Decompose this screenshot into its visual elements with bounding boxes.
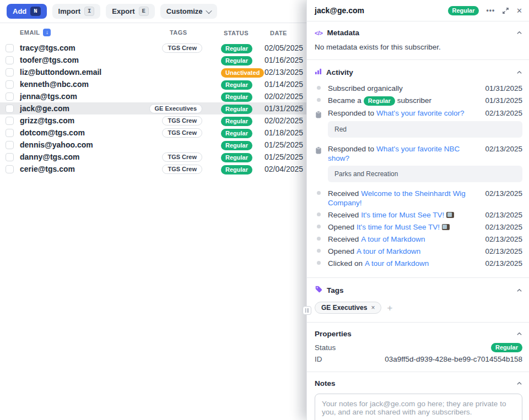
row-checkbox[interactable]	[6, 141, 14, 149]
collapse-chevron-icon[interactable]	[516, 30, 522, 36]
row-email: liz@buttondown.email	[20, 68, 149, 77]
email-link[interactable]: A tour of Markdown	[365, 259, 429, 268]
property-row-status: Status Regular	[315, 343, 522, 352]
activity-text: Became a	[328, 96, 361, 105]
activity-text: subscriber	[397, 96, 431, 105]
row-email: kenneth@nbc.com	[20, 80, 149, 89]
more-actions-icon[interactable]: •••	[486, 7, 495, 14]
table-row[interactable]: cerie@tgs.com TGS Crew Regular 02/04/202…	[0, 163, 306, 175]
notes-textarea[interactable]	[315, 394, 522, 420]
table-row[interactable]: jenna@tgs.com Regular 02/02/2025	[0, 90, 306, 102]
activity-item: ReceivedA tour of Markdown 02/13/2025	[315, 233, 522, 245]
collapse-chevron-icon[interactable]	[516, 287, 522, 293]
collapse-chevron-icon[interactable]	[516, 69, 522, 75]
tags-title: Tags	[327, 286, 344, 294]
table-row[interactable]: grizz@tgs.com TGS Crew Regular 02/02/202…	[0, 114, 306, 127]
row-email: grizz@tgs.com	[20, 116, 149, 125]
row-checkbox[interactable]	[6, 44, 14, 52]
activity-date: 01/31/2025	[485, 96, 522, 105]
email-link[interactable]: It's time for Must See TV!	[357, 223, 440, 231]
activity-item: Responded toWhat's your favorite NBC sho…	[315, 143, 522, 164]
email-link[interactable]: A tour of Markdown	[361, 235, 425, 243]
row-date: 01/25/2025	[264, 140, 306, 149]
email-link[interactable]: It's time for Must See TV!	[361, 211, 444, 219]
column-header-status[interactable]: STATUS	[224, 30, 249, 36]
status-badge: Regular	[221, 92, 252, 102]
dot-icon	[315, 222, 322, 228]
table-row[interactable]: tracy@tgs.com TGS Crew Regular 02/05/202…	[0, 42, 306, 54]
row-checkbox[interactable]	[6, 80, 14, 89]
expand-icon[interactable]	[502, 7, 509, 14]
tv-emoji-icon	[442, 224, 450, 230]
chevron-down-icon	[206, 7, 212, 13]
add-button[interactable]: Add N	[7, 4, 47, 19]
table-row[interactable]: dennis@yahoo.com Regular 01/25/2025	[0, 139, 306, 151]
import-button[interactable]: Import I	[52, 4, 101, 19]
properties-section: Properties Status Regular ID 03a9ff5d-d9…	[307, 323, 529, 372]
row-checkbox[interactable]	[6, 92, 14, 101]
row-email: toofer@tgs.com	[20, 56, 149, 64]
status-badge: Regular	[491, 343, 522, 352]
activity-text: Received	[328, 235, 359, 243]
survey-response: Parks and Recreation	[328, 166, 522, 182]
export-button[interactable]: Export E	[106, 4, 154, 19]
table-row-selected[interactable]: jack@ge.com GE Executives Regular 01/31/…	[0, 102, 306, 114]
row-date: 02/13/2025	[264, 68, 306, 77]
status-badge: Regular	[221, 165, 252, 174]
row-date: 02/04/2025	[264, 165, 306, 173]
column-header-email[interactable]: EMAIL	[20, 29, 40, 36]
customize-button[interactable]: Customize	[160, 4, 217, 19]
remove-tag-icon[interactable]: ×	[371, 304, 375, 312]
row-checkbox[interactable]	[6, 105, 14, 113]
row-checkbox[interactable]	[6, 129, 14, 137]
row-checkbox[interactable]	[6, 56, 14, 64]
panel-header: jack@ge.com Regular ••• ✕	[307, 0, 529, 21]
metadata-empty-text: No metadata exists for this subscriber.	[315, 43, 522, 51]
activity-item: Subscribed organically 01/31/2025	[315, 82, 522, 94]
metadata-section: </> Metadata No metadata exists for this…	[307, 21, 529, 60]
import-kbd-badge: I	[84, 7, 94, 16]
dot-icon	[315, 189, 322, 195]
activity-item: Responded toWhat's your favorite color? …	[315, 107, 522, 119]
activity-item: ReceivedIt's time for Must See TV! 02/13…	[315, 209, 522, 221]
collapse-chevron-icon[interactable]	[516, 331, 522, 337]
subscriber-email-title: jack@ge.com	[315, 6, 364, 15]
sort-descending-icon[interactable]: ↓	[43, 29, 51, 36]
activity-date: 02/13/2025	[485, 210, 522, 220]
table-row[interactable]: dotcom@tgs.com TGS Crew Regular 01/18/20…	[0, 127, 306, 139]
table-row[interactable]: danny@tgs.com TGS Crew Regular 01/25/202…	[0, 151, 306, 163]
panel-resize-handle[interactable]	[303, 306, 311, 315]
tag-chip-label: GE Executives	[321, 304, 367, 312]
row-date: 02/02/2025	[264, 92, 306, 101]
tag-chip-ge-executives[interactable]: GE Executives ×	[315, 302, 381, 314]
row-checkbox[interactable]	[6, 68, 14, 77]
row-email: dotcom@tgs.com	[20, 128, 149, 137]
row-tag-chip: TGS Crew	[162, 152, 202, 162]
column-header-date[interactable]: DATE	[270, 30, 287, 36]
collapse-chevron-icon[interactable]	[516, 380, 522, 386]
table-row[interactable]: kenneth@nbc.com Regular 01/14/2025	[0, 78, 306, 90]
activity-text: Responded to	[328, 109, 374, 117]
activity-item: Became aRegularsubscriber 01/31/2025	[315, 94, 522, 107]
clipboard-icon	[315, 108, 322, 118]
row-date: 01/25/2025	[264, 152, 306, 161]
add-tag-button[interactable]: +	[387, 303, 392, 313]
table-row[interactable]: liz@buttondown.email Unactivated 02/13/2…	[0, 66, 306, 78]
property-label: Status	[315, 343, 336, 352]
subscriber-status-badge: Regular	[448, 6, 479, 15]
dot-icon	[315, 259, 322, 265]
row-checkbox[interactable]	[6, 117, 14, 125]
status-badge: Regular	[221, 129, 252, 138]
email-link[interactable]: A tour of Markdown	[357, 247, 420, 255]
column-header-tags[interactable]: TAGS	[170, 29, 187, 36]
row-checkbox[interactable]	[6, 165, 14, 173]
row-email: dennis@yahoo.com	[20, 140, 149, 149]
row-date: 01/14/2025	[264, 80, 306, 89]
survey-link[interactable]: What's your favorite color?	[376, 109, 464, 117]
row-email: tracy@tgs.com	[20, 43, 149, 52]
close-icon[interactable]: ✕	[516, 7, 522, 14]
row-checkbox[interactable]	[6, 153, 14, 161]
activity-text: Received	[328, 189, 359, 198]
status-badge: Regular	[221, 153, 252, 162]
table-row[interactable]: toofer@tgs.com Regular 01/16/2025	[0, 54, 306, 66]
